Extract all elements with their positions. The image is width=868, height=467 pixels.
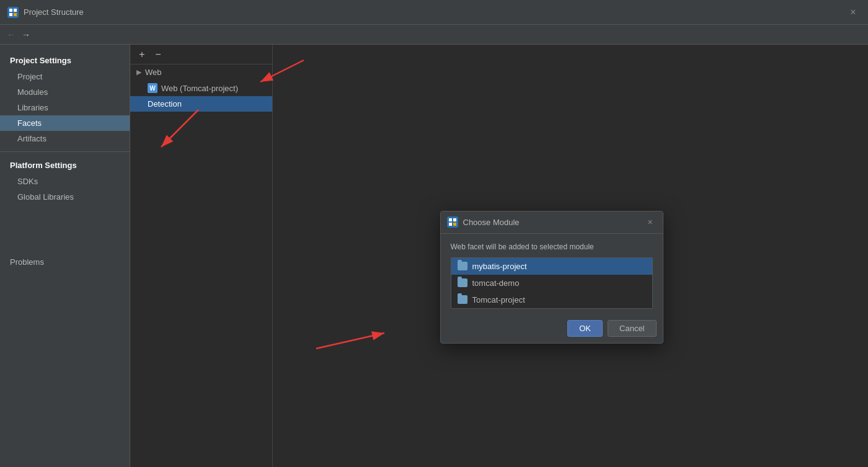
module-item-mybatis[interactable]: mybatis-project xyxy=(451,258,652,275)
folder-icon-tomcat-project xyxy=(458,295,467,304)
svg-rect-0 xyxy=(7,7,19,18)
svg-rect-2 xyxy=(14,9,17,12)
detection-label: Detection xyxy=(148,99,182,109)
dialog-close-button[interactable]: × xyxy=(644,216,657,228)
svg-line-10 xyxy=(316,333,384,349)
facet-tree-panel: + − ▶ Web W Web (Tomcat-project) Detecti… xyxy=(130,45,273,467)
add-facet-button[interactable]: + xyxy=(135,48,149,61)
svg-rect-14 xyxy=(449,223,452,226)
dialog-icon xyxy=(447,216,458,228)
close-button[interactable]: × xyxy=(847,6,859,19)
back-button[interactable]: ← xyxy=(5,29,17,41)
platform-settings-header: Platform Settings xyxy=(0,157,130,174)
facet-tree-toolbar: + − xyxy=(130,45,272,64)
sidebar-divider xyxy=(0,151,130,152)
module-label-mybatis: mybatis-project xyxy=(472,262,527,271)
dialog-title-bar: Choose Module × xyxy=(441,211,663,234)
folder-icon-mybatis xyxy=(458,262,467,270)
choose-module-dialog: Choose Module × Web facet will be added … xyxy=(440,211,663,344)
sidebar-item-facets[interactable]: Facets xyxy=(0,115,130,131)
dialog-title: Choose Module xyxy=(463,218,639,227)
sidebar-item-global-libraries[interactable]: Global Libraries xyxy=(0,189,130,205)
web-group-icon: ▶ xyxy=(136,68,141,76)
window-title: Project Structure xyxy=(24,7,84,17)
tree-item-web-tomcat[interactable]: W Web (Tomcat-project) xyxy=(130,80,272,96)
svg-rect-15 xyxy=(453,223,456,226)
web-group-label: Web xyxy=(145,68,162,77)
sidebar-item-artifacts[interactable]: Artifacts xyxy=(0,131,130,146)
web-facet-icon: W xyxy=(148,83,157,93)
sidebar-item-modules[interactable]: Modules xyxy=(0,84,130,100)
module-label-tomcat-project: Tomcat-project xyxy=(472,295,525,305)
nav-row: ← → xyxy=(0,25,868,45)
main-layout: Project Settings Project Modules Librari… xyxy=(0,45,868,467)
app-icon xyxy=(7,7,19,18)
cancel-button[interactable]: Cancel xyxy=(608,320,656,337)
svg-rect-13 xyxy=(453,218,456,221)
module-label-tomcat-demo: tomcat-demo xyxy=(472,278,520,288)
module-item-tomcat-demo[interactable]: tomcat-demo xyxy=(451,275,652,291)
module-item-tomcat-project[interactable]: Tomcat-project xyxy=(451,291,652,308)
arrow-annotation-3 xyxy=(304,311,403,361)
web-tomcat-label: Web (Tomcat-project) xyxy=(161,84,238,93)
project-settings-header: Project Settings xyxy=(0,52,130,69)
svg-rect-4 xyxy=(14,13,17,16)
svg-rect-1 xyxy=(9,9,12,12)
sidebar-item-libraries[interactable]: Libraries xyxy=(0,100,130,115)
tree-item-detection[interactable]: Detection xyxy=(130,96,272,112)
dialog-description: Web facet will be added to selected modu… xyxy=(451,242,653,251)
ok-button[interactable]: OK xyxy=(567,320,603,337)
tree-item-web[interactable]: ▶ Web xyxy=(130,64,272,80)
dialog-body: Web facet will be added to selected modu… xyxy=(441,234,663,315)
title-bar: Project Structure × xyxy=(0,0,868,25)
svg-rect-12 xyxy=(449,218,452,221)
folder-icon-tomcat-demo xyxy=(458,278,467,287)
dialog-footer: OK Cancel xyxy=(441,315,663,343)
sidebar-item-project[interactable]: Project xyxy=(0,69,130,84)
content-area: + − ▶ Web W Web (Tomcat-project) Detecti… xyxy=(130,45,868,467)
sidebar: Project Settings Project Modules Librari… xyxy=(0,45,130,467)
svg-rect-3 xyxy=(9,13,12,16)
sidebar-item-sdks[interactable]: SDKs xyxy=(0,174,130,189)
sidebar-item-problems[interactable]: Problems xyxy=(0,254,130,270)
module-list: mybatis-project tomcat-demo Tomcat-proje… xyxy=(451,257,653,309)
remove-facet-button[interactable]: − xyxy=(151,48,165,61)
forward-button[interactable]: → xyxy=(20,29,32,41)
